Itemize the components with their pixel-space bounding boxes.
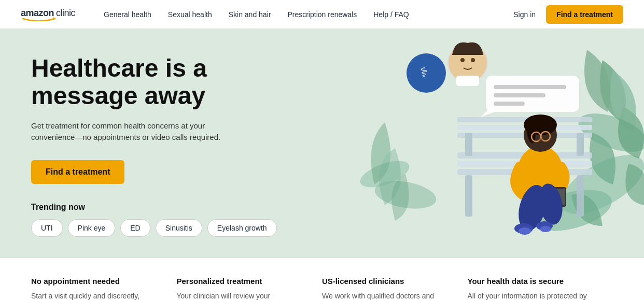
svg-rect-40 <box>494 85 566 89</box>
sign-in-link[interactable]: Sign in <box>513 10 536 19</box>
feature-no-appointment-desc: Start a visit quickly and discreetly, wh… <box>31 291 156 300</box>
illustration-svg: ⚕ <box>354 29 644 252</box>
tag-ed[interactable]: ED <box>120 219 150 237</box>
nav-help-faq[interactable]: Help / FAQ <box>373 10 409 19</box>
nav-sexual-health[interactable]: Sexual health <box>168 10 212 19</box>
feature-data-secure-desc: All of your information is protected by … <box>468 291 593 300</box>
logo[interactable]: amazon clinic <box>21 5 83 24</box>
svg-text:amazon: amazon <box>21 8 54 18</box>
svg-point-37 <box>460 58 465 62</box>
trending-label: Trending now <box>31 203 290 212</box>
feature-personalized-desc: Your clinician will review your symptoms… <box>177 291 302 300</box>
svg-point-31 <box>519 227 531 235</box>
svg-rect-42 <box>494 102 525 106</box>
hero-section: Healthcare is a message away Get treatme… <box>0 29 644 258</box>
person <box>514 115 566 235</box>
svg-point-32 <box>540 226 551 232</box>
amazon-clinic-logo: amazon clinic <box>21 5 83 21</box>
svg-text:⚕: ⚕ <box>420 64 428 80</box>
doctor-face <box>448 42 487 86</box>
feature-no-appointment: No appointment needed Start a visit quic… <box>31 277 177 300</box>
logo-text: amazon clinic <box>21 5 83 24</box>
nav-find-treatment-button[interactable]: Find a treatment <box>546 5 623 24</box>
feature-us-licensed-desc: We work with qualified doctors and nurse… <box>322 291 447 300</box>
hero-find-treatment-button[interactable]: Find a treatment <box>31 160 124 184</box>
svg-rect-13 <box>465 175 472 217</box>
trending-tags: UTI Pink eye ED Sinusitis Eyelash growth <box>31 219 290 237</box>
hero-subtitle: Get treatment for common health concerns… <box>31 120 228 144</box>
hero-content: Healthcare is a message away Get treatme… <box>31 55 290 237</box>
tag-pink-eye[interactable]: Pink eye <box>68 219 116 237</box>
svg-rect-16 <box>577 133 584 156</box>
svg-rect-14 <box>577 175 584 217</box>
nav-right: Sign in Find a treatment <box>513 5 623 24</box>
hero-title: Healthcare is a message away <box>31 55 290 110</box>
svg-text:clinic: clinic <box>56 8 76 18</box>
feature-data-secure-title: Your health data is secure <box>468 277 593 285</box>
feature-personalized-title: Personalized treatment <box>177 277 302 285</box>
feature-us-licensed-title: US-licensed clinicians <box>322 277 447 285</box>
tag-uti[interactable]: UTI <box>31 219 63 237</box>
doctor-avatar: ⚕ <box>407 53 446 93</box>
feature-data-secure: Your health data is secure All of your i… <box>468 277 613 300</box>
message-bubble <box>481 76 579 117</box>
feature-personalized-treatment: Personalized treatment Your clinician wi… <box>177 277 323 300</box>
nav-links: General health Sexual health Skin and ha… <box>104 10 513 19</box>
navigation: amazon clinic General health Sexual heal… <box>0 0 644 29</box>
svg-rect-41 <box>494 93 545 97</box>
tag-eyelash-growth[interactable]: Eyelash growth <box>207 219 277 237</box>
feature-us-licensed: US-licensed clinicians We work with qual… <box>322 277 468 300</box>
hero-illustration: ⚕ <box>354 29 644 252</box>
svg-point-24 <box>538 138 543 141</box>
svg-rect-36 <box>456 76 479 86</box>
nav-general-health[interactable]: General health <box>104 10 151 19</box>
feature-no-appointment-title: No appointment needed <box>31 277 156 285</box>
svg-rect-15 <box>465 133 472 156</box>
nav-skin-and-hair[interactable]: Skin and hair <box>229 10 271 19</box>
nav-prescription-renewals[interactable]: Prescription renewals <box>287 10 357 19</box>
svg-point-38 <box>471 58 475 62</box>
tag-sinusitis[interactable]: Sinusitis <box>156 219 202 237</box>
features-section: No appointment needed Start a visit quic… <box>0 258 644 300</box>
